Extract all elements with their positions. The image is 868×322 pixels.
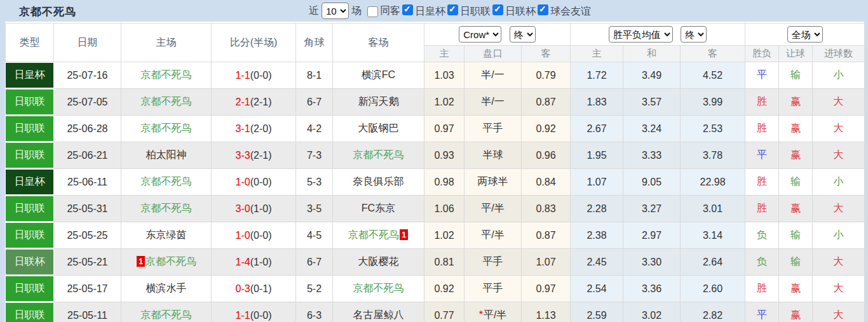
handicap-result-cell: 赢 [779,89,813,116]
odds-home: 1.02 [424,89,465,116]
halftime-score: (2-1) [250,150,272,161]
avg-away: 22.98 [681,169,745,196]
odds-handicap-value: 两球半 [478,176,508,187]
goals-cell: 大 [813,276,865,302]
match-date: 25-07-16 [54,62,121,89]
table-row: 日职联25-05-17横滨水手0-3(0-1)5-2京都不死鸟0.92平手0.9… [6,276,865,302]
away-team: 京都不死鸟 [333,276,424,302]
filter-checkbox-2[interactable] [492,4,503,15]
corner-score: 7-3 [296,142,333,169]
bookmaker-select[interactable]: Crow* [459,26,501,43]
avg-away: 2.64 [681,249,745,276]
home-team-name: 京都不死鸟 [141,69,192,80]
subheader-avg-away: 客 [681,46,745,62]
goals-value: 大 [834,123,844,133]
matches-table-wrap: 类型 日期 主场 比分(半场) 角球 客场 Crow* 终 胜平负均值 终 [5,22,864,322]
odds-home: 0.98 [424,169,465,196]
recent-count-select[interactable]: 10 [322,3,349,19]
away-team: FC东京 [333,196,424,222]
odds-away: 0.79 [522,62,571,89]
avg-home: 1.07 [571,169,623,196]
score-cell: 1-0(0-0) [212,169,296,196]
handicap-result-cell: 输 [779,62,813,89]
goals-value: 大 [834,256,844,267]
away-team-name: 大阪钢巴 [358,123,399,133]
odds-handicap-value: 平/半 [484,309,506,320]
header-corner: 角球 [296,23,333,62]
away-team-name: 名古屋鲸八 [353,309,404,320]
table-row: 日职联25-05-31京都不死鸟3-0(1-0)3-5FC东京1.06平/半0.… [6,196,865,222]
result-value: 负 [757,229,767,240]
odds-home: 1.02 [424,222,465,249]
corner-score: 3-5 [296,196,333,222]
match-type-badge: 日职联 [6,223,53,248]
corner-score: 6-7 [296,89,333,116]
filter-checkbox-0[interactable] [402,4,413,15]
odds-handicap-value: 平手 [483,256,503,267]
scope-select[interactable]: 全场 [787,26,823,43]
goals-cell: 小 [813,62,865,89]
goals-value: 大 [834,203,844,213]
odds-handicap: *平/半 [465,302,522,322]
score-cell: 0-3(0-1) [212,276,296,302]
result-cell: 负 [745,222,779,249]
home-team-name: 东京绿茵 [146,229,187,240]
header-home: 主场 [121,23,212,62]
match-type-cell: 日职联 [6,302,54,322]
match-type-cell: 日职联 [6,142,54,169]
table-row: 日职联25-06-21柏太阳神3-3(2-1)7-3京都不死鸟0.93半球0.9… [6,142,865,169]
result-value: 胜 [757,283,767,293]
odds-away-value: 0.87 [536,230,555,241]
home-team-name: 京都不死鸟 [141,176,192,187]
average-select[interactable]: 胜平负均值 [609,26,673,43]
match-date: 25-06-21 [54,142,121,169]
odds-home: 0.77 [424,302,465,322]
scope-select-cell: 全场 [745,23,865,46]
goals-cell: 大 [813,142,865,169]
odds-away-value: 0.83 [536,203,555,214]
subheader-odds-handicap: 盘口 [465,46,522,62]
odds-handicap: 两球半 [465,169,522,196]
avg-away: 2.60 [681,276,745,302]
odds-away: 1.07 [522,249,571,276]
odds-handicap-value: 平手 [483,123,503,133]
home-team: 柏太阳神 [121,142,212,169]
match-type-cell: 日联杯 [6,249,54,276]
same-venue-label: 同客 [380,4,400,18]
goals-cell: 大 [813,116,865,142]
home-team: 京都不死鸟 [121,302,212,322]
subheader-goals: 进球数 [813,46,865,62]
fulltime-score: 2-1 [236,97,250,107]
match-type-cell: 日职联 [6,89,54,116]
away-team: 京都不死鸟1 [333,222,424,249]
average-time-select[interactable]: 终 [681,26,707,43]
filter-checkbox-1[interactable] [447,4,458,15]
match-date: 25-05-31 [54,196,121,222]
match-type-cell: 日皇杯 [6,169,54,196]
handicap-result-cell: 输 [779,169,813,196]
handicap-change-star: * [479,309,483,320]
avg-draw: 3.27 [623,196,681,222]
subheader-odds-home: 主 [424,46,465,62]
handicap-result-cell: 赢 [779,142,813,169]
odds-handicap: 半球 [465,142,522,169]
odds-handicap: 半/一 [465,62,522,89]
halftime-score: (0-0) [250,70,272,81]
odds-home: 1.06 [424,196,465,222]
avg-home: 1.95 [571,142,623,169]
bookmaker-time-select[interactable]: 终 [510,26,536,43]
away-team: 大阪樱花 [333,249,424,276]
result-cell: 胜 [745,276,779,302]
home-team: 京都不死鸟 [121,196,212,222]
corner-score: 4-2 [296,116,333,142]
score-cell: 2-1(2-1) [212,89,296,116]
home-team: 京都不死鸟 [121,116,212,142]
same-venue-checkbox[interactable] [367,6,378,17]
filter-checkbox-3[interactable] [538,4,548,15]
avg-draw: 2.97 [623,222,681,249]
table-row: 日皇杯25-07-16京都不死鸟1-1(0-0)8-1横滨FC1.03半/一0.… [6,62,865,89]
match-type-badge: 日职联 [6,90,53,114]
handicap-result-cell: 赢 [779,116,813,142]
odds-away: 0.84 [522,169,571,196]
recent-label: 近 [309,4,319,18]
